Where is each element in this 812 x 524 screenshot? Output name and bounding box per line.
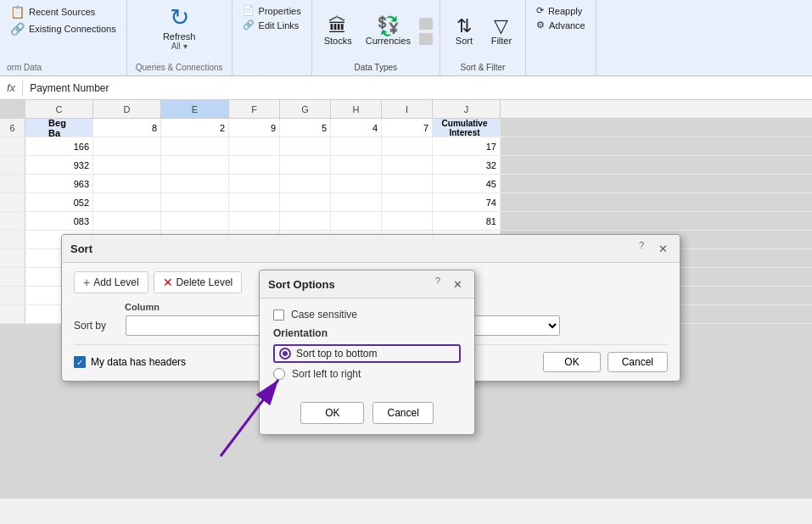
cell-d[interactable] — [93, 212, 161, 230]
my-data-checkbox[interactable]: ✓ — [74, 356, 86, 368]
sort-left-to-right-row[interactable]: Sort left to right — [273, 368, 461, 380]
cell-f[interactable] — [229, 212, 280, 230]
reapply-label: Reapply — [548, 6, 582, 16]
sort-options-close-btn[interactable]: ✕ — [449, 276, 466, 293]
col-header-f[interactable]: F — [229, 100, 280, 118]
row-num — [0, 175, 25, 192]
add-level-btn[interactable]: + Add Level — [74, 271, 148, 293]
cell-e[interactable] — [161, 175, 229, 192]
col-header-h[interactable]: H — [331, 100, 382, 118]
case-sensitive-checkbox[interactable] — [273, 309, 284, 321]
cell-d[interactable] — [93, 175, 161, 192]
reapply-btn[interactable]: ⟳ Reapply — [533, 3, 585, 18]
cell-j[interactable]: 81 — [433, 212, 501, 230]
col-header-g[interactable]: G — [280, 100, 331, 118]
row-num — [0, 156, 25, 174]
row-num — [0, 305, 25, 323]
filter-label: Filter — [491, 36, 512, 46]
cell-j[interactable]: 17 — [433, 137, 501, 155]
filter-icon: ▽ — [494, 17, 508, 36]
sort-options-ok-btn[interactable]: OK — [300, 402, 364, 424]
recent-sources-label: Recent Sources — [29, 7, 95, 17]
cell-e[interactable] — [161, 137, 229, 155]
edit-links-btn[interactable]: 🔗 Edit Links — [239, 18, 303, 32]
sort-left-to-right-radio[interactable] — [273, 368, 285, 380]
col-header-c[interactable]: C — [25, 100, 93, 118]
cell-h[interactable] — [331, 137, 382, 155]
cell-h[interactable] — [331, 156, 382, 174]
advanced-icon: ⚙ — [536, 20, 545, 31]
cell-e[interactable] — [161, 156, 229, 174]
cell-i6[interactable]: 7 — [382, 119, 433, 137]
cell-h6[interactable]: 4 — [331, 119, 382, 137]
cell-c[interactable]: 166 — [25, 137, 93, 155]
sort-top-to-bottom-row[interactable]: Sort top to bottom — [273, 344, 461, 363]
sort-icon: ⇅ — [456, 17, 472, 36]
cell-f[interactable] — [229, 137, 280, 155]
stocks-label: Stocks — [324, 36, 352, 46]
sort-btn[interactable]: ⇅ Sort — [447, 14, 481, 48]
col-header-d[interactable]: D — [93, 100, 161, 118]
filter-btn[interactable]: ▽ Filter — [484, 14, 518, 48]
stocks-btn[interactable]: 🏛 Stocks — [319, 14, 357, 48]
cell-f[interactable] — [229, 175, 280, 192]
cell-c[interactable]: 932 — [25, 156, 93, 174]
cell-f[interactable] — [229, 193, 280, 211]
col-header-j[interactable]: J — [433, 100, 501, 118]
row-num — [0, 193, 25, 211]
col-header-i[interactable]: I — [382, 100, 433, 118]
cell-d[interactable] — [93, 156, 161, 174]
cell-i[interactable] — [382, 212, 433, 230]
sort-cancel-btn[interactable]: Cancel — [608, 352, 668, 372]
cell-d[interactable] — [93, 137, 161, 155]
cell-g[interactable] — [280, 193, 331, 211]
cell-j[interactable]: 32 — [433, 156, 501, 174]
cell-j6[interactable]: CumulativeInterest — [433, 119, 501, 137]
sort-dialog-close-btn[interactable]: ✕ — [654, 240, 671, 257]
cell-d6[interactable]: 8 — [93, 119, 161, 137]
cell-j[interactable]: 74 — [433, 193, 501, 211]
my-data-headers-check[interactable]: ✓ My data has headers — [74, 356, 186, 368]
sort-ok-btn[interactable]: OK — [543, 352, 600, 372]
col-header-e[interactable]: E — [161, 100, 229, 118]
cell-d[interactable] — [93, 193, 161, 211]
sort-options-cancel-btn[interactable]: Cancel — [372, 402, 433, 424]
cell-g[interactable] — [280, 137, 331, 155]
cell-g[interactable] — [280, 156, 331, 174]
advanced-btn[interactable]: ⚙ Advance — [533, 18, 589, 32]
sort-top-to-bottom-radio[interactable] — [279, 348, 291, 360]
cell-e[interactable] — [161, 212, 229, 230]
cell-e[interactable] — [161, 193, 229, 211]
cell-c6[interactable]: BegBa — [25, 119, 93, 137]
cell-f6[interactable]: 9 — [229, 119, 280, 137]
delete-level-btn[interactable]: ✕ Delete Level — [154, 271, 243, 293]
currencies-btn[interactable]: 💱 Currencies — [361, 14, 416, 48]
orientation-label: Orientation — [273, 327, 461, 339]
existing-connections-btn[interactable]: 🔗 Existing Connections — [7, 20, 120, 37]
refresh-icon: ↻ — [170, 3, 189, 31]
cell-c[interactable]: 963 — [25, 175, 93, 192]
cell-i[interactable] — [382, 175, 433, 192]
case-sensitive-label: Case sensitive — [291, 309, 357, 321]
cell-g[interactable] — [280, 175, 331, 192]
cell-e6[interactable]: 2 — [161, 119, 229, 137]
cell-g[interactable] — [280, 212, 331, 230]
cell-h[interactable] — [331, 212, 382, 230]
cell-h[interactable] — [331, 193, 382, 211]
cell-f[interactable] — [229, 156, 280, 174]
recent-sources-btn[interactable]: 📋 Recent Sources — [7, 3, 120, 20]
queries-section-label: Queries & Connections — [136, 63, 223, 72]
properties-btn[interactable]: 📄 Properties — [239, 3, 305, 18]
cell-j[interactable]: 45 — [433, 175, 501, 192]
cell-c[interactable]: 083 — [25, 212, 93, 230]
formula-value: Payment Number — [30, 82, 109, 94]
cell-i[interactable] — [382, 137, 433, 155]
cell-h[interactable] — [331, 175, 382, 192]
refresh-all-btn[interactable]: ↻ Refresh All ▾ Queries & Connections — [127, 0, 232, 75]
sort-filter-section: ⇅ Sort ▽ Filter Sort & Filter — [440, 0, 526, 75]
cell-i[interactable] — [382, 193, 433, 211]
cell-g6[interactable]: 5 — [280, 119, 331, 137]
cell-c[interactable]: 052 — [25, 193, 93, 211]
reapply-section: ⟳ Reapply ⚙ Advance — [526, 0, 596, 75]
cell-i[interactable] — [382, 156, 433, 174]
